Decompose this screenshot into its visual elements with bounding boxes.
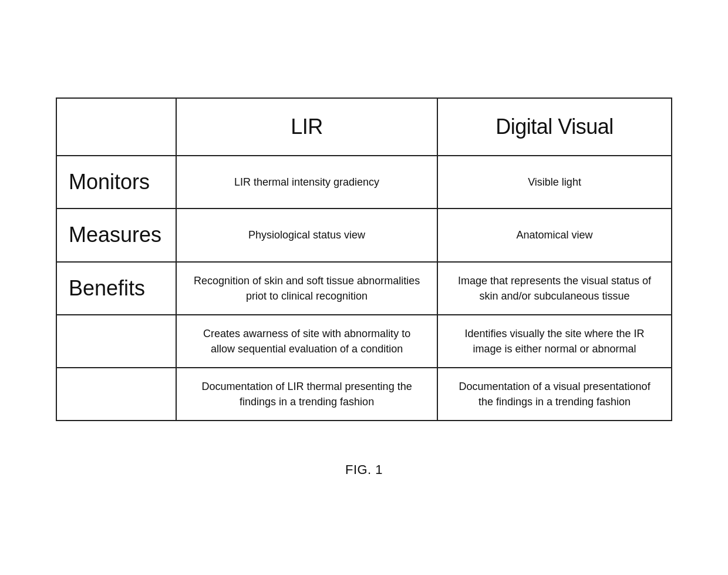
header-empty-cell <box>56 98 176 156</box>
benefits-label-2 <box>56 315 176 368</box>
monitors-row: Monitors LIR thermal intensity gradiency… <box>56 156 672 209</box>
measures-row: Measures Physiological status view Anato… <box>56 209 672 261</box>
header-row: LIR Digital Visual <box>56 98 672 156</box>
benefits-dv-cell-2: Identifies visually the site where the I… <box>437 315 672 368</box>
table-wrapper: LIR Digital Visual Monitors LIR thermal … <box>56 97 672 421</box>
page-container: LIR Digital Visual Monitors LIR thermal … <box>0 0 728 575</box>
monitors-lir-cell: LIR thermal intensity gradiency <box>176 156 437 209</box>
figure-label: FIG. 1 <box>345 462 383 478</box>
measures-lir-cell: Physiological status view <box>176 209 437 261</box>
monitors-dv-cell: Visible light <box>437 156 672 209</box>
benefits-lir-cell-1: Recognition of skin and soft tissue abno… <box>176 262 437 315</box>
benefits-row-3: Documentation of LIR thermal presenting … <box>56 368 672 421</box>
benefits-label-3 <box>56 368 176 421</box>
benefits-dv-cell-3: Documentation of a visual presentationof… <box>437 368 672 421</box>
comparison-table: LIR Digital Visual Monitors LIR thermal … <box>56 97 672 421</box>
benefits-row-2: Creates awarness of site with abnormalit… <box>56 315 672 368</box>
benefits-row-1: Benefits Recognition of skin and soft ti… <box>56 262 672 315</box>
benefits-label: Benefits <box>56 262 176 315</box>
measures-dv-cell: Anatomical view <box>437 209 672 261</box>
benefits-lir-cell-2: Creates awarness of site with abnormalit… <box>176 315 437 368</box>
measures-label: Measures <box>56 209 176 261</box>
benefits-dv-cell-1: Image that represents the visual status … <box>437 262 672 315</box>
benefits-lir-cell-3: Documentation of LIR thermal presenting … <box>176 368 437 421</box>
monitors-label: Monitors <box>56 156 176 209</box>
dv-column-header: Digital Visual <box>437 98 672 156</box>
lir-column-header: LIR <box>176 98 437 156</box>
